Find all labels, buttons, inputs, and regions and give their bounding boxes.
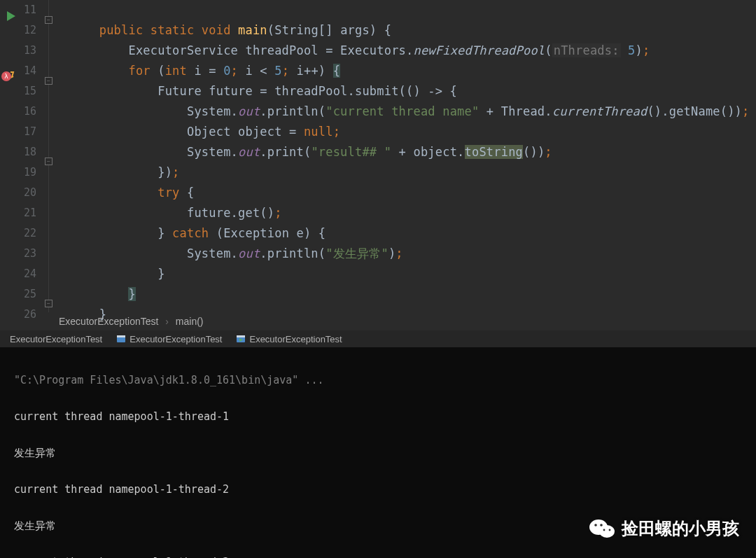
- console-line: current thread namepool-1-thread-2: [14, 480, 756, 498]
- wechat-icon: [588, 515, 616, 543]
- console-line: current thread namepool-1-thread-3: [14, 553, 756, 558]
- tab-run-1[interactable]: ExecutorExceptionTest: [3, 332, 109, 347]
- code-line: [70, 0, 756, 20]
- line-number: 21: [0, 203, 36, 223]
- svg-point-9: [600, 524, 603, 526]
- console-line: "C:\Program Files\Java\jdk1.8.0_161\bin\…: [14, 371, 756, 389]
- application-run-icon: [236, 334, 246, 344]
- fold-toggle-icon[interactable]: −: [45, 77, 52, 85]
- breadcrumb-method[interactable]: main(): [176, 316, 204, 327]
- code-line: for (int i = 0; i < 5; i++) {: [70, 61, 756, 81]
- svg-point-11: [609, 529, 611, 531]
- tab-run-2[interactable]: ExecutorExceptionTest: [109, 332, 229, 347]
- code-editor[interactable]: 11 12 13 14 15 16 17 18 19 20 21 22 23 2…: [0, 0, 756, 312]
- fold-toggle-icon[interactable]: −: [45, 300, 52, 307]
- svg-rect-3: [117, 335, 125, 337]
- code-line: }: [70, 284, 756, 305]
- application-icon: [116, 334, 126, 344]
- code-line: System.out.print("result## " + object.to…: [70, 142, 756, 162]
- code-line: public static void main(String[] args) {: [70, 20, 756, 41]
- lambda-breakpoint-icon[interactable]: λ: [1, 70, 15, 85]
- watermark-text: 捡田螺的小男孩: [622, 517, 739, 540]
- watermark: 捡田螺的小男孩: [588, 515, 739, 543]
- breadcrumb-class[interactable]: ExecutorExceptionTest: [59, 316, 158, 327]
- run-tabs: ExecutorExceptionTest ExecutorExceptionT…: [0, 330, 756, 347]
- line-number: 25: [0, 284, 36, 305]
- svg-point-10: [603, 529, 606, 531]
- line-number: 22: [0, 223, 36, 244]
- tab-run-3[interactable]: ExecutorExceptionTest: [229, 332, 349, 347]
- line-number: 19: [0, 162, 36, 183]
- code-line: }: [70, 264, 756, 284]
- fold-toggle-icon[interactable]: −: [45, 158, 52, 165]
- svg-point-8: [594, 524, 597, 526]
- code-line: Object object = null;: [70, 122, 756, 142]
- tab-label: ExecutorExceptionTest: [130, 334, 222, 344]
- line-number: 26: [0, 305, 36, 325]
- svg-text:λ: λ: [4, 73, 8, 80]
- fold-column: − − − −: [42, 0, 56, 312]
- code-line: Future future = threadPool.submit(() -> …: [70, 81, 756, 102]
- code-line: try {: [70, 183, 756, 203]
- line-gutter: 11 12 13 14 15 16 17 18 19 20 21 22 23 2…: [0, 0, 42, 312]
- code-area[interactable]: public static void main(String[] args) {…: [56, 0, 756, 312]
- code-line: future.get();: [70, 203, 756, 223]
- run-gutter-icon[interactable]: [7, 11, 15, 24]
- line-number: 23: [0, 244, 36, 264]
- code-line: } catch (Exception e) {: [70, 223, 756, 244]
- code-line: });: [70, 162, 756, 183]
- line-number: 13: [0, 41, 36, 61]
- code-line: System.out.println("current thread name"…: [70, 102, 756, 122]
- tab-label: ExecutorExceptionTest: [10, 334, 102, 344]
- line-number: 18: [0, 142, 36, 162]
- svg-rect-5: [237, 335, 245, 337]
- chevron-right-icon: ›: [165, 316, 169, 327]
- code-line: ExecutorService threadPool = Executors.n…: [70, 41, 756, 61]
- console-line: current thread namepool-1-thread-1: [14, 407, 756, 426]
- line-number: 11: [0, 0, 36, 20]
- tab-label: ExecutorExceptionTest: [249, 334, 342, 344]
- line-number: 20: [0, 183, 36, 203]
- svg-point-7: [599, 525, 615, 538]
- line-number: 16: [0, 102, 36, 122]
- line-number: 12: [0, 20, 36, 41]
- line-number: 24: [0, 264, 36, 284]
- line-number: 17: [0, 122, 36, 142]
- console-line: 发生异常: [14, 444, 756, 462]
- code-line: System.out.println("发生异常");: [70, 244, 756, 264]
- fold-toggle-icon[interactable]: −: [45, 16, 52, 24]
